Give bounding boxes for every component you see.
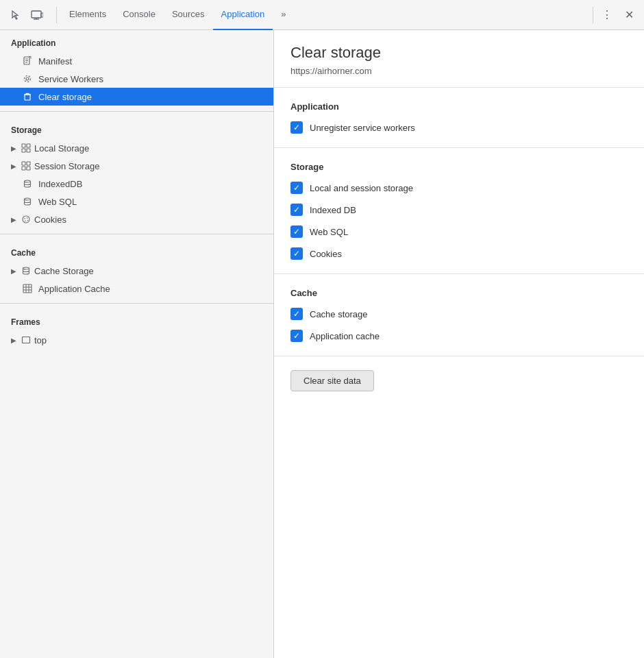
tab-sources[interactable]: Sources [164, 0, 213, 30]
expand-arrow-cookies: ▶ [11, 216, 16, 223]
toolbar-right: ⋮ ✕ [597, 5, 639, 25]
svg-rect-17 [22, 149, 25, 152]
clear-site-data-button[interactable]: Clear site data [290, 370, 374, 391]
checkbox-web-sql[interactable]: ✓ [290, 226, 303, 238]
svg-rect-22 [27, 167, 30, 170]
expand-arrow-top: ▶ [11, 337, 16, 344]
sidebar-label-application-cache: Application Cache [38, 284, 110, 294]
checkbox-unregister-service-workers[interactable]: ✓ [290, 121, 303, 134]
db-icon-indexed [22, 178, 33, 189]
checkbox-row-local-session: ✓ Local and session storage [290, 182, 628, 194]
sidebar-item-clear-storage[interactable]: Clear storage [0, 88, 273, 106]
grid-icon-local [21, 143, 32, 154]
expand-arrow-cache-storage: ▶ [11, 267, 16, 275]
checkbox-indexed-db[interactable]: ✓ [290, 204, 303, 216]
svg-rect-1 [41, 13, 43, 17]
manifest-icon [22, 56, 33, 66]
sidebar-item-indexeddb[interactable]: IndexedDB [0, 175, 273, 193]
sidebar: Application Manifest [0, 30, 274, 658]
checkbox-label-cookies: Cookies [310, 249, 342, 259]
checkbox-row-unregister: ✓ Unregister service workers [290, 121, 628, 134]
sidebar-header-frames: Frames [0, 309, 273, 331]
right-panel: Clear storage https://airhorner.com Appl… [274, 30, 644, 658]
svg-point-26 [24, 218, 25, 219]
tab-elements[interactable]: Elements [61, 0, 114, 30]
sidebar-item-cookies[interactable]: ▶ Cookies [0, 210, 273, 228]
sidebar-item-top-frame[interactable]: ▶ top [0, 331, 273, 349]
more-options-icon[interactable]: ⋮ [597, 5, 617, 25]
cookie-icon [21, 214, 32, 225]
sidebar-label-cache-storage: Cache Storage [34, 266, 94, 276]
toolbar-left-icons [5, 5, 47, 25]
tab-application[interactable]: Application [213, 0, 273, 30]
sidebar-section-cache: Cache ▶ Cache Storage [0, 240, 273, 297]
svg-rect-18 [27, 149, 30, 152]
expand-arrow-local-storage: ▶ [11, 145, 16, 152]
sidebar-label-session-storage: Session Storage [34, 161, 99, 171]
appgrid-icon [22, 283, 33, 294]
sidebar-section-storage: Storage ▶ Local Storage ▶ [0, 117, 273, 228]
tab-more[interactable]: » [273, 0, 294, 30]
svg-rect-0 [32, 11, 41, 18]
panel-section-title-application: Application [290, 101, 628, 112]
svg-rect-20 [27, 162, 30, 165]
sidebar-label-websql: Web SQL [38, 197, 77, 207]
svg-point-8 [26, 77, 29, 80]
svg-point-27 [27, 217, 28, 219]
toolbar-divider-right [593, 7, 593, 23]
checkbox-label-app-cache: Application cache [310, 331, 380, 341]
checkbox-local-session-storage[interactable]: ✓ [290, 182, 303, 194]
sidebar-item-service-workers[interactable]: Service Workers [0, 70, 273, 88]
cache-icon [21, 265, 32, 276]
svg-point-30 [23, 267, 29, 269]
checkbox-label-local-session: Local and session storage [310, 183, 413, 193]
tab-console[interactable]: Console [114, 0, 164, 30]
checkbox-cookies[interactable]: ✓ [290, 247, 303, 260]
svg-rect-10 [25, 95, 30, 100]
sidebar-item-application-cache[interactable]: Application Cache [0, 280, 273, 297]
db-icon-websql [22, 196, 33, 207]
toolbar-divider [56, 7, 57, 23]
svg-point-28 [25, 221, 26, 222]
sidebar-divider-1 [0, 111, 273, 112]
svg-point-25 [23, 216, 29, 223]
sidebar-item-session-storage[interactable]: ▶ Session Storage [0, 157, 273, 175]
panel-action-section: Clear site data [274, 356, 644, 405]
grid-icon-session [21, 160, 32, 171]
sidebar-label-top: top [34, 335, 47, 345]
svg-point-24 [25, 198, 31, 200]
svg-rect-16 [27, 144, 30, 147]
svg-rect-36 [23, 337, 30, 343]
sidebar-item-cache-storage[interactable]: ▶ Cache Storage [0, 262, 273, 280]
gear-icon [22, 73, 33, 84]
sidebar-label-indexeddb: IndexedDB [38, 179, 82, 189]
sidebar-divider-2 [0, 234, 273, 234]
close-icon[interactable]: ✕ [619, 5, 639, 25]
sidebar-label-service-workers: Service Workers [38, 74, 103, 84]
checkbox-row-websql: ✓ Web SQL [290, 226, 628, 238]
sidebar-item-local-storage[interactable]: ▶ Local Storage [0, 139, 273, 157]
checkbox-row-cache-storage: ✓ Cache storage [290, 308, 628, 320]
svg-point-9 [25, 76, 31, 82]
cursor-icon[interactable] [5, 5, 25, 25]
panel-title: Clear storage [290, 44, 628, 62]
checkbox-label-indexeddb: Indexed DB [310, 205, 356, 215]
responsive-icon[interactable] [27, 5, 47, 25]
svg-rect-19 [22, 162, 25, 165]
sidebar-header-application: Application [0, 30, 273, 52]
sidebar-item-websql[interactable]: Web SQL [0, 193, 273, 210]
checkbox-application-cache[interactable]: ✓ [290, 330, 303, 342]
sidebar-header-storage: Storage [0, 117, 273, 139]
toolbar: Elements Console Sources Application » ⋮… [0, 0, 644, 30]
svg-point-29 [27, 220, 29, 221]
panel-section-cache: Cache ✓ Cache storage ✓ Application cach… [274, 274, 644, 356]
checkbox-cache-storage[interactable]: ✓ [290, 308, 303, 320]
checkbox-label-cache-storage: Cache storage [310, 309, 368, 319]
expand-arrow-session-storage: ▶ [11, 162, 16, 170]
panel-section-application: Application ✓ Unregister service workers [274, 88, 644, 148]
svg-rect-31 [23, 284, 32, 293]
main-content: Application Manifest [0, 30, 644, 658]
panel-url: https://airhorner.com [290, 66, 628, 76]
sidebar-label-local-storage: Local Storage [34, 143, 89, 154]
sidebar-item-manifest[interactable]: Manifest [0, 52, 273, 70]
